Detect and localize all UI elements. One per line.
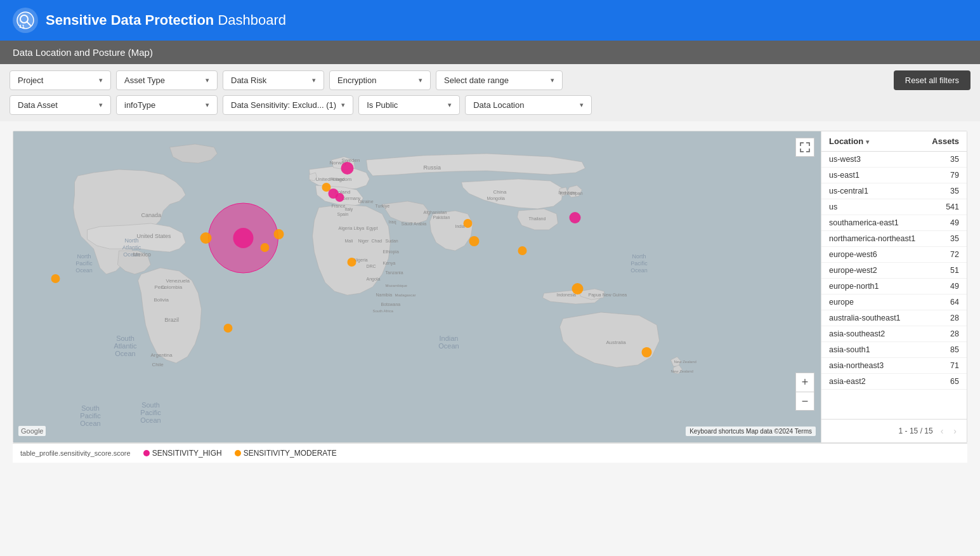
reset-all-filters-button[interactable]: Reset all filters (894, 70, 970, 90)
svg-point-89 (336, 193, 344, 202)
location-cell: australia-southeast1 (829, 314, 901, 322)
table-row: asia-south185 (821, 342, 967, 358)
map-zoom-out-button[interactable]: − (795, 392, 814, 411)
assets-cell: 65 (950, 377, 959, 386)
svg-point-96 (642, 347, 652, 357)
filter-info-type[interactable]: infoType ▾ (116, 95, 218, 115)
svg-text:Pacific: Pacific (75, 260, 93, 267)
table-row: australia-southeast128 (821, 310, 967, 326)
page-title: Sensitive Data Protection Dashboard (46, 12, 286, 29)
location-cell: asia-southeast2 (829, 329, 885, 338)
filter-asset-type[interactable]: Asset Type ▾ (116, 70, 218, 90)
svg-text:New Zealand: New Zealand (674, 360, 696, 364)
svg-point-81 (233, 228, 254, 248)
pagination-prev-button[interactable]: ‹ (938, 425, 946, 437)
table-row: asia-southeast228 (821, 326, 967, 342)
svg-text:Mexico: Mexico (133, 251, 152, 258)
svg-text:United States: United States (137, 233, 172, 239)
assets-column-header: Assets (932, 136, 959, 146)
assets-cell: 35 (950, 187, 959, 195)
svg-text:Kenya: Kenya (383, 261, 396, 266)
svg-text:North: North (77, 253, 91, 260)
svg-text:Saudi Arabia: Saudi Arabia (402, 222, 427, 226)
pagination-next-button[interactable]: › (951, 425, 959, 437)
svg-text:Namibia: Namibia (376, 293, 393, 297)
svg-text:Chile: Chile (152, 362, 164, 367)
main-content: South Pacific Ocean South Atlantic Ocean… (0, 121, 980, 472)
svg-text:China: China (493, 189, 507, 195)
svg-text:Chad: Chad (372, 239, 382, 243)
filter-row-2: Data Asset ▾ infoType ▾ Data Sensitivity… (10, 95, 970, 115)
svg-text:South Africa: South Africa (373, 309, 394, 313)
svg-text:South Korea: South Korea (559, 190, 577, 194)
sort-icon[interactable]: ▾ (866, 138, 869, 145)
location-cell: us-west3 (829, 155, 861, 164)
svg-point-83 (200, 232, 212, 244)
svg-text:Argentina: Argentina (151, 352, 173, 358)
filter-data-asset[interactable]: Data Asset ▾ (10, 95, 111, 115)
svg-point-94 (469, 236, 480, 246)
filter-row-1: Project ▾ Asset Type ▾ Data Risk ▾ Encry… (10, 70, 970, 90)
svg-point-95 (572, 283, 584, 295)
filter-data-risk[interactable]: Data Risk ▾ (223, 70, 324, 90)
svg-text:Sweden: Sweden (342, 157, 360, 163)
svg-point-84 (261, 243, 270, 252)
location-table-panel: Location ▾ Assets us-west335us-east179us… (821, 131, 967, 442)
chevron-down-icon: ▾ (99, 101, 103, 109)
svg-text:Papua New Guinea: Papua New Guinea (589, 293, 627, 298)
filter-data-sensitivity[interactable]: Data Sensitivity: Exclud... (1) ▾ (223, 95, 353, 115)
filter-encryption[interactable]: Encryption ▾ (329, 70, 431, 90)
svg-text:Atlantic: Atlantic (122, 244, 141, 251)
map-expand-button[interactable] (795, 138, 814, 157)
chevron-down-icon: ▾ (551, 76, 554, 84)
filter-project[interactable]: Project ▾ (10, 70, 111, 90)
svg-text:South: South (116, 334, 134, 342)
svg-text:Indonesia: Indonesia (557, 293, 576, 297)
google-logo: Google (18, 426, 46, 436)
chevron-down-icon: ▾ (312, 76, 316, 84)
map-view[interactable]: South Pacific Ocean South Atlantic Ocean… (13, 131, 821, 442)
svg-text:North: North (632, 253, 646, 260)
svg-text:Australia: Australia (606, 340, 627, 345)
location-cell: asia-east2 (829, 377, 866, 386)
chevron-down-icon: ▾ (206, 101, 209, 109)
svg-text:Madagascar: Madagascar (395, 293, 416, 297)
svg-text:Ocean: Ocean (630, 267, 648, 274)
assets-cell: 85 (950, 345, 959, 354)
filter-bar: Project ▾ Asset Type ▾ Data Risk ▾ Encry… (0, 64, 980, 121)
location-cell: europe-west2 (829, 266, 877, 275)
svg-text:Ocean: Ocean (115, 350, 135, 357)
svg-text:Ukraine: Ukraine (358, 199, 374, 204)
svg-text:Bolivia: Bolivia (154, 297, 169, 303)
filter-data-location[interactable]: Data Location ▾ (465, 95, 592, 115)
assets-cell: 51 (950, 266, 959, 275)
svg-text:Spain: Spain (337, 212, 349, 217)
svg-text:Libya: Libya (354, 226, 365, 231)
table-row: us-west335 (821, 152, 967, 168)
svg-text:Pakistan: Pakistan (433, 215, 450, 220)
svg-text:Mongolia: Mongolia (487, 196, 506, 201)
map-zoom-in-button[interactable]: + (795, 373, 814, 392)
filter-date-range[interactable]: Select date range ▾ (436, 70, 563, 90)
svg-text:Pacific: Pacific (80, 412, 101, 420)
world-map-svg: South Pacific Ocean South Atlantic Ocean… (13, 131, 821, 442)
svg-text:Mali: Mali (345, 239, 353, 243)
table-pagination: 1 - 15 / 15 ‹ › (821, 419, 967, 442)
assets-cell: 35 (950, 234, 959, 243)
assets-cell: 49 (950, 282, 959, 291)
svg-text:Indian: Indian (440, 334, 459, 342)
svg-text:Pacific: Pacific (140, 409, 161, 416)
assets-cell: 28 (950, 329, 959, 338)
app-header: 11 Sensitive Data Protection Dashboard (0, 0, 980, 41)
svg-text:Pacific: Pacific (630, 260, 648, 267)
assets-cell: 541 (946, 202, 959, 211)
svg-point-85 (224, 324, 233, 333)
svg-text:Algeria: Algeria (339, 226, 353, 231)
location-cell: asia-south1 (829, 345, 870, 354)
table-row: us-central135 (821, 183, 967, 199)
svg-text:South: South (141, 401, 160, 409)
svg-point-93 (518, 246, 527, 255)
filter-is-public[interactable]: Is Public ▾ (358, 95, 460, 115)
svg-text:Atlantic: Atlantic (114, 342, 137, 350)
location-cell: us-central1 (829, 187, 868, 195)
